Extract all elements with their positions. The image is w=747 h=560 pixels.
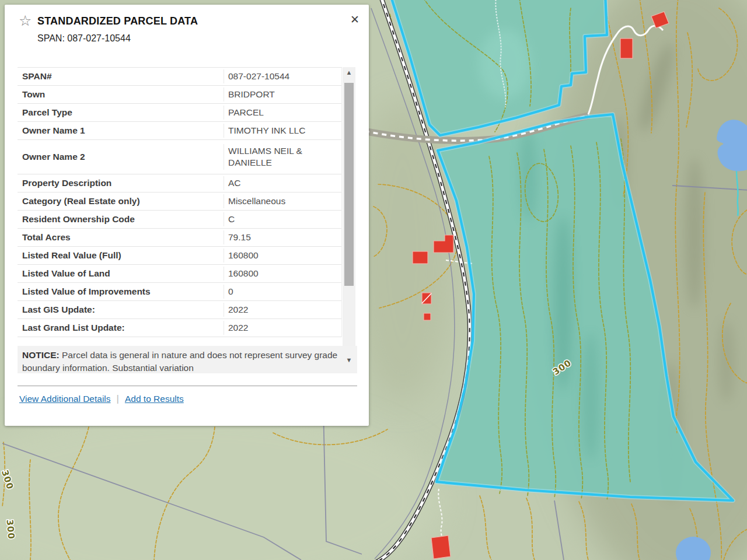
building bbox=[413, 251, 428, 264]
table-row: Town BRIDPORT bbox=[18, 86, 341, 104]
table-row: Total Acres 79.15 bbox=[18, 229, 341, 247]
close-icon[interactable]: ✕ bbox=[350, 13, 359, 26]
view-additional-details-link[interactable]: View Additional Details bbox=[19, 394, 111, 404]
table-row: Listed Value of Improvements 0 bbox=[18, 283, 341, 301]
row-label: Owner Name 2 bbox=[18, 150, 224, 163]
row-value: 79.15 bbox=[224, 230, 341, 244]
row-label: Listed Real Value (Full) bbox=[18, 249, 224, 262]
row-label: Listed Value of Land bbox=[18, 267, 224, 280]
table-row: Category (Real Estate only) Miscellaneou… bbox=[18, 192, 341, 211]
row-value: Miscellaneous bbox=[224, 194, 341, 208]
favorite-star-icon[interactable]: ☆ bbox=[19, 12, 32, 29]
parcel-attribute-table: SPAN# 087-027-10544 Town BRIDPORT Parcel… bbox=[18, 67, 342, 337]
contour-label: 300 bbox=[5, 519, 17, 540]
building bbox=[424, 313, 431, 320]
popup-divider bbox=[18, 386, 357, 386]
scrollbar-thumb[interactable] bbox=[344, 83, 354, 286]
app-window: 300 300 300 ☆ STANDARDIZED PARCEL DATA S… bbox=[0, 0, 747, 560]
table-row: Property Description AC bbox=[18, 174, 341, 192]
table-row: Listed Real Value (Full) 160800 bbox=[18, 247, 341, 265]
table-row: Last GIS Update: 2022 bbox=[18, 301, 341, 319]
row-label: Last Grand List Update: bbox=[18, 321, 224, 334]
notice-body: Parcel data is general in nature and doe… bbox=[22, 350, 337, 373]
add-to-results-link[interactable]: Add to Results bbox=[125, 394, 184, 404]
table-row: Resident Ownership Code C bbox=[18, 211, 341, 229]
popup-links: View Additional Details | Add to Results bbox=[19, 393, 184, 405]
scroll-up-icon[interactable]: ▲ bbox=[343, 67, 355, 78]
table-row: Listed Value of Land 160800 bbox=[18, 265, 341, 283]
row-label: Resident Ownership Code bbox=[18, 213, 224, 226]
row-label: Last GIS Update: bbox=[18, 303, 224, 316]
table-row: SPAN# 087-027-10544 bbox=[18, 68, 341, 86]
row-value: 2022 bbox=[224, 321, 341, 335]
row-value: C bbox=[224, 212, 341, 226]
row-value: TIMOTHY INK LLC bbox=[224, 124, 341, 138]
row-value: PARCEL bbox=[224, 106, 341, 120]
link-separator: | bbox=[117, 393, 119, 405]
row-value: 087-027-10544 bbox=[224, 69, 341, 83]
row-label: Total Acres bbox=[18, 231, 224, 244]
row-value: 160800 bbox=[224, 249, 341, 262]
row-label: Parcel Type bbox=[18, 106, 224, 119]
table-row: Parcel Type PARCEL bbox=[18, 104, 341, 122]
table-row: Owner Name 2 WILLIAMS NEIL & DANIELLE bbox=[18, 140, 341, 174]
parcel-popup: ☆ STANDARDIZED PARCEL DATA SPAN: 087-027… bbox=[5, 5, 369, 426]
table-row: Last Grand List Update: 2022 bbox=[18, 319, 341, 337]
building bbox=[431, 536, 451, 559]
building bbox=[620, 38, 633, 58]
row-label: Town bbox=[18, 88, 224, 101]
row-value: AC bbox=[224, 176, 341, 190]
table-row: Owner Name 1 TIMOTHY INK LLC bbox=[18, 122, 341, 140]
notice-label: NOTICE: bbox=[22, 350, 60, 360]
row-label: Category (Real Estate only) bbox=[18, 195, 224, 208]
row-label: Owner Name 1 bbox=[18, 124, 224, 137]
row-value: 160800 bbox=[224, 267, 341, 281]
row-label: Listed Value of Improvements bbox=[18, 285, 224, 298]
row-label: Property Description bbox=[18, 177, 224, 190]
row-value: BRIDPORT bbox=[224, 88, 341, 102]
popup-title: STANDARDIZED PARCEL DATA bbox=[37, 15, 198, 27]
row-value: 2022 bbox=[224, 303, 341, 317]
row-value: 0 bbox=[224, 285, 341, 299]
row-label: SPAN# bbox=[18, 70, 224, 83]
notice-text: NOTICE: Parcel data is general in nature… bbox=[18, 346, 357, 373]
scroll-down-icon[interactable]: ▼ bbox=[343, 355, 355, 365]
popup-subtitle: SPAN: 087-027-10544 bbox=[37, 33, 131, 44]
row-value: WILLIAMS NEIL & DANIELLE bbox=[224, 144, 341, 170]
